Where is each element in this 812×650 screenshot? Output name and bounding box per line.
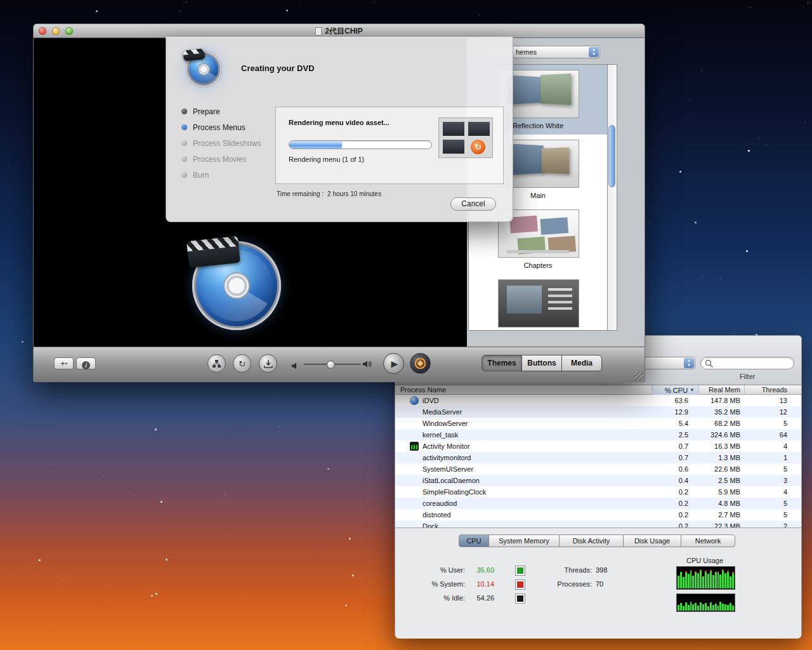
theme-item-partial[interactable] [469, 274, 607, 331]
document-proxy-icon [315, 27, 322, 36]
filter-search-field[interactable] [700, 357, 794, 369]
column-header-process-name[interactable]: Process Name [395, 385, 652, 395]
graph-bar [712, 605, 714, 611]
graph-bar [690, 602, 692, 611]
system-color-well[interactable] [515, 580, 525, 590]
graph-bar [715, 604, 717, 611]
process-row-activitymonitord[interactable]: activitymonitord0.71.3 MB1 [395, 452, 801, 463]
add-button[interactable]: +▾ [54, 357, 74, 369]
dialog-title: Creating your DVD [241, 63, 315, 73]
graph-bar [678, 605, 679, 611]
idvd-titlebar[interactable]: 2代目CHIP [34, 24, 645, 38]
process-row-kernel-task[interactable]: kernel_task2.5324.6 MB64 [395, 429, 801, 441]
column-header-threads[interactable]: Threads [744, 385, 802, 395]
filter-input[interactable] [716, 358, 791, 368]
process-threads: 4 [743, 486, 787, 498]
process-mem: 4.8 MB [696, 498, 740, 509]
burn-button[interactable] [410, 353, 431, 374]
graph-bar [715, 572, 717, 588]
process-name: Dock [422, 521, 651, 527]
graph-bar [717, 606, 719, 611]
process-mem: 1.3 MB [696, 452, 740, 463]
tab-themes[interactable]: Themes [481, 355, 522, 371]
window-title-text: 2代目CHIP [325, 26, 362, 37]
process-row-idvd[interactable]: iDVD63.6147.8 MB13 [395, 395, 801, 406]
process-row-windowserver[interactable]: WindowServer5.468.2 MB5 [395, 418, 801, 429]
tab-network[interactable]: Network [681, 534, 735, 547]
graph-bar [730, 576, 731, 588]
graph-bar [707, 574, 709, 588]
tab-disk-activity[interactable]: Disk Activity [559, 534, 624, 547]
process-row-coreaudiod[interactable]: coreaudiod0.24.8 MB5 [395, 498, 801, 509]
process-cpu: 0.4 [657, 475, 688, 486]
scrollbar-thumb[interactable] [608, 125, 615, 187]
graph-bar [683, 577, 684, 588]
burn-icon [414, 357, 427, 370]
process-row-systemuiserver[interactable]: SystemUIServer0.622.6 MB5 [395, 463, 801, 475]
plus-icon: + [60, 359, 65, 368]
motion-button[interactable]: ↻ [233, 354, 251, 373]
graph-bar [724, 573, 726, 588]
process-row-simplefloatingclock[interactable]: SimpleFloatingClock0.25.9 MB4 [395, 486, 801, 498]
process-name: MediaServer [422, 406, 651, 418]
step-bullet-icon [181, 156, 187, 162]
tab-system-memory[interactable]: System Memory [488, 534, 560, 547]
cancel-button[interactable]: Cancel [450, 197, 496, 211]
step-bullet-icon [181, 109, 187, 114]
volume-slider[interactable] [304, 364, 361, 366]
graph-bar [732, 606, 734, 611]
graph-bar [705, 603, 707, 611]
themes-scrollbar[interactable] [608, 64, 617, 331]
dvd-map-button[interactable] [207, 354, 226, 373]
graph-bar [685, 602, 687, 611]
tab-cpu[interactable]: CPU [459, 534, 489, 547]
graph-bar [712, 575, 714, 588]
graph-bar [730, 603, 731, 611]
show-popup[interactable]: ▲▼ [638, 357, 695, 369]
process-row-istatlocaldaemon[interactable]: iStatLocalDaemon0.42.5 MB3 [395, 475, 801, 486]
process-row-dock[interactable]: Dock0.222.3 MB2 [395, 521, 801, 527]
tab-disk-usage[interactable]: Disk Usage [623, 534, 681, 547]
graph-bar [678, 576, 679, 588]
column-header-real-mem[interactable]: Real Mem [698, 385, 744, 395]
column-header-cpu[interactable]: % CPU ▼ [652, 385, 698, 395]
graph-bar [683, 606, 684, 611]
cpu-usage-graph-bottom [676, 594, 735, 612]
popup-stepper-icon: ▲▼ [589, 47, 599, 57]
process-row-activity-monitor[interactable]: Activity Monitor0.716.3 MB4 [395, 441, 801, 452]
process-row-mediaserver[interactable]: MediaServer12.935.2 MB12 [395, 406, 801, 418]
processes-value: 70 [596, 580, 634, 588]
graph-bar [724, 604, 726, 611]
import-button[interactable] [259, 354, 277, 373]
process-cpu: 0.2 [657, 498, 688, 509]
process-threads: 13 [743, 395, 787, 406]
process-name: coreaudiod [422, 498, 651, 509]
graph-bar [702, 604, 704, 611]
graph-bar [722, 604, 724, 611]
step-prepare: Prepare [181, 103, 261, 119]
inspector-button[interactable]: i [76, 357, 96, 369]
process-threads: 64 [743, 429, 787, 441]
graph-bar [680, 603, 682, 611]
process-mem: 5.9 MB [696, 486, 740, 498]
preview-play-button[interactable]: ▶ [383, 353, 404, 374]
user-color-well[interactable] [515, 566, 525, 576]
graph-bar [685, 571, 687, 588]
process-mem: 68.2 MB [696, 418, 740, 429]
process-row-distnoted[interactable]: distnoted0.22.7 MB5 [395, 509, 801, 521]
burn-steps-list: PrepareProcess MenusProcess SlideshowsPr… [181, 103, 261, 183]
process-mem: 22.6 MB [696, 463, 740, 475]
window-title: 2代目CHIP [34, 24, 645, 38]
idvd-app-icon [410, 396, 419, 405]
idle-color-well[interactable] [515, 594, 525, 604]
volume-knob[interactable] [327, 361, 335, 369]
motion-icon: ↻ [239, 359, 246, 369]
threads-value: 398 [596, 566, 634, 574]
tab-buttons[interactable]: Buttons [521, 355, 562, 371]
creating-dvd-dialog: Creating your DVD PrepareProcess MenusPr… [166, 37, 513, 222]
tab-media[interactable]: Media [561, 355, 602, 371]
resize-grip[interactable] [634, 372, 643, 381]
time-remaining-value: 2 hours 10 minutes [327, 190, 381, 197]
process-cpu: 0.2 [657, 521, 688, 527]
graph-bar [688, 605, 690, 611]
